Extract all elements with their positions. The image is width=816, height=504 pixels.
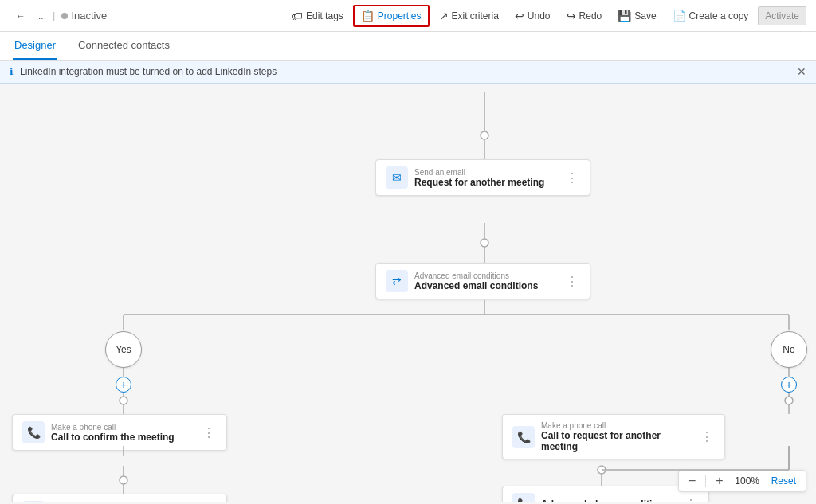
email-icon: ✉ (386, 166, 408, 189)
call-request-label: Make a phone call (541, 421, 692, 430)
advanced-phone-menu[interactable]: ⋮ (683, 495, 699, 502)
send-email-label: Send an email (414, 168, 558, 177)
advanced-email-menu[interactable]: ⋮ (564, 272, 580, 291)
designer-canvas: ✉ Send an email Request for another meet… (0, 84, 816, 502)
complete-task-node: ☑ Complete a task Share meeting details … (12, 494, 227, 502)
redo-button[interactable]: ↪ Redo (560, 6, 609, 25)
svg-point-28 (598, 466, 606, 474)
svg-point-13 (120, 397, 128, 404)
call-confirm-label: Make a phone call (51, 423, 194, 432)
phone-icon-right: 📞 (512, 426, 535, 448)
send-email-node: ✉ Send an email Request for another meet… (375, 159, 590, 196)
call-request-node: 📞 Make a phone call Call to request for … (502, 414, 725, 459)
app-header: ← ... | Inactive 🏷 Edit tags 📋 Propertie… (0, 0, 816, 32)
info-bar: ℹ LinkedIn integration must be turned on… (0, 61, 816, 84)
status-badge: Inactive (61, 10, 107, 21)
exit-criteria-button[interactable]: ↗ Exit criteria (433, 6, 505, 25)
breadcrumb: ... (38, 10, 46, 21)
separator: | (53, 10, 55, 21)
svg-point-17 (120, 476, 128, 484)
svg-point-4 (481, 239, 488, 247)
undo-icon: ↩ (515, 10, 524, 22)
activate-button[interactable]: Activate (758, 6, 806, 25)
zoom-level: 100% (733, 475, 762, 486)
properties-icon: 📋 (361, 10, 375, 22)
advanced-email-label: Advanced email conditions (414, 272, 558, 280)
phone-icon-left: 📞 (22, 421, 45, 443)
no-decision-node: No (771, 331, 807, 368)
svg-point-1 (481, 131, 488, 139)
tabs-bar: Designer Connected contacts (0, 32, 816, 61)
send-email-menu[interactable]: ⋮ (564, 169, 580, 187)
tag-icon: 🏷 (292, 10, 303, 22)
header-actions: 🏷 Edit tags 📋 Properties ↗ Exit criteria… (285, 5, 806, 27)
back-icon: ← (16, 10, 26, 21)
advanced-phone-title: Advanced phone condition (541, 498, 677, 502)
send-email-title: Request for another meeting (414, 177, 558, 188)
phone-condition-icon: 📞 (512, 493, 535, 502)
info-close-button[interactable]: ✕ (797, 65, 806, 78)
yes-decision-node: Yes (105, 331, 142, 368)
plus-button-left[interactable]: + (116, 377, 131, 393)
tab-connected-contacts[interactable]: Connected contacts (76, 32, 171, 60)
zoom-out-button[interactable]: − (685, 474, 699, 488)
advanced-email-title: Advanced email conditions (414, 280, 558, 291)
tab-designer[interactable]: Designer (13, 32, 57, 60)
create-copy-button[interactable]: 📄 Create a copy (666, 6, 755, 25)
call-confirm-node: 📞 Make a phone call Call to confirm the … (12, 414, 227, 451)
filter-icon: ⇄ (386, 270, 408, 292)
zoom-in-button[interactable]: + (712, 474, 726, 488)
status-dot-icon (61, 13, 68, 19)
call-request-title: Call to request for another meeting (541, 430, 692, 452)
call-confirm-title: Call to confirm the meeting (51, 432, 194, 443)
status-label: Inactive (71, 10, 107, 21)
save-button[interactable]: 💾 Save (611, 6, 662, 25)
svg-point-24 (785, 397, 793, 404)
zoom-reset-button[interactable]: Reset (768, 475, 799, 486)
task-icon: ☑ (22, 501, 45, 502)
info-icon: ℹ (10, 66, 14, 77)
back-button[interactable]: ← (10, 7, 32, 25)
advanced-email-node: ⇄ Advanced email conditions Advanced ema… (375, 263, 590, 299)
save-icon: 💾 (618, 10, 631, 22)
call-request-menu[interactable]: ⋮ (699, 428, 715, 446)
properties-button[interactable]: 📋 Properties (353, 5, 430, 27)
zoom-controls: − + 100% Reset (678, 470, 806, 492)
redo-icon: ↪ (567, 10, 576, 22)
copy-icon: 📄 (673, 10, 686, 22)
edit-tags-button[interactable]: 🏷 Edit tags (285, 6, 350, 25)
plus-button-right[interactable]: + (781, 377, 797, 393)
undo-button[interactable]: ↩ Undo (508, 6, 557, 25)
call-confirm-menu[interactable]: ⋮ (201, 424, 217, 442)
exit-criteria-icon: ↗ (439, 10, 449, 22)
info-message: LinkedIn integration must be turned on t… (20, 66, 277, 77)
